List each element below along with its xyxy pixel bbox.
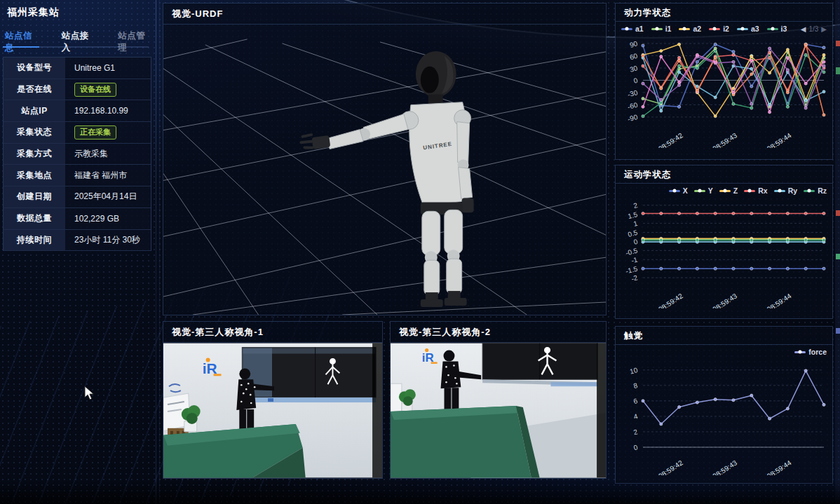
table-row: 创建日期2025年04月14日 (4, 186, 151, 208)
legend-item-Z[interactable]: Z (719, 186, 738, 195)
legend-label: X (683, 186, 688, 195)
legend-item-i3[interactable]: i3 (767, 25, 787, 33)
svg-text:8: 8 (632, 381, 639, 390)
tactile-panel: 触觉 force 108642008:59:4208:59:4308:59:44 (615, 326, 833, 484)
urdf-3d-view[interactable]: UNITREE (163, 25, 606, 315)
clipped-edge-strip (835, 0, 840, 504)
legend-item-a3[interactable]: a3 (737, 25, 759, 33)
legend-marker-icon (621, 28, 632, 30)
legend-marker-icon (774, 190, 785, 192)
table-row: 是否在线设备在线 (4, 79, 151, 101)
info-value: Unitree G1 (65, 57, 151, 79)
dynamics-panel: 动力学状态 a1i1a2i2a3i3 ◀ 1/3 ▶ 9060300-30-60… (615, 3, 833, 160)
legend-marker-icon (794, 351, 806, 353)
dynamics-title: 动力学状态 (616, 4, 832, 22)
info-value: 设备在线 (65, 79, 151, 100)
legend-pager: ◀ 1/3 ▶ (801, 25, 827, 33)
sidebar-divider (156, 0, 156, 504)
info-value: 192.168.10.99 (65, 100, 151, 121)
legend-item-force[interactable]: force (794, 348, 827, 356)
legend-label: a1 (635, 25, 644, 33)
legend-label: i3 (781, 25, 787, 33)
kinematics-legend: XYZRxRyRz (621, 186, 827, 195)
camera1-title: 视觉-第三人称视角-1 (163, 322, 382, 343)
urdf-panel: 视觉-URDF (163, 3, 607, 315)
video-edge-shade (372, 343, 382, 478)
svg-text:08:59:42: 08:59:42 (657, 458, 684, 475)
svg-text:-60: -60 (627, 101, 639, 111)
legend-label: Y (708, 186, 713, 195)
tab-site-manage[interactable]: 站点管理 (118, 30, 151, 54)
info-value: 示教采集 (65, 144, 151, 165)
table-row: 数据总量102,229 GB (4, 208, 151, 230)
svg-text:08:59:42: 08:59:42 (657, 292, 684, 308)
tabs-underline (3, 46, 149, 48)
tab-site-info[interactable]: 站点信息 (5, 30, 39, 54)
legend-item-i2[interactable]: i2 (709, 25, 729, 33)
info-label: 创建日期 (4, 186, 65, 207)
legend-item-i1[interactable]: i1 (651, 25, 672, 33)
green-table (391, 406, 540, 477)
table-row: 采集地点福建省 福州市 (4, 165, 151, 186)
legend-label: a3 (751, 25, 759, 33)
svg-text:0: 0 (632, 238, 639, 246)
tactile-title: 触觉 (616, 327, 832, 345)
pager-prev-icon[interactable]: ◀ (801, 25, 806, 33)
legend-item-a2[interactable]: a2 (679, 25, 701, 33)
legend-item-Y[interactable]: Y (694, 186, 713, 195)
legend-marker-icon (669, 190, 680, 192)
legend-item-Ry[interactable]: Ry (774, 186, 797, 195)
legend-marker-icon (694, 190, 705, 192)
kinematics-panel: 运动学状态 XYZRxRyRz 21.510.50-0.5-1-1.5-208:… (615, 165, 833, 319)
svg-text:08:59:44: 08:59:44 (766, 131, 793, 148)
svg-text:08:59:43: 08:59:43 (711, 292, 738, 308)
robot-model: UNITREE (299, 51, 473, 307)
pager-next-icon[interactable]: ▶ (821, 25, 827, 33)
info-label: 采集方式 (4, 144, 65, 165)
info-label: 是否在线 (4, 79, 65, 100)
svg-text:08:59:44: 08:59:44 (766, 292, 793, 308)
info-value: 2025年04月14日 (65, 186, 151, 207)
svg-text:-30: -30 (627, 88, 639, 98)
svg-text:30: 30 (629, 64, 639, 74)
legend-item-X[interactable]: X (669, 186, 688, 195)
camera1-video: iR (163, 343, 382, 478)
table-row: 持续时间23小时 11分 30秒 (4, 230, 151, 252)
info-label: 采集状态 (4, 122, 65, 143)
svg-text:-1.5: -1.5 (625, 264, 639, 275)
status-badge: 设备在线 (74, 83, 116, 97)
legend-marker-icon (651, 28, 663, 30)
camera2-video: iR (391, 343, 606, 478)
video-edge-shade (597, 343, 606, 478)
edge-fragment (836, 328, 840, 334)
info-label: 站点IP (4, 100, 65, 121)
dashboard-root: 福州采集站 站点信息 站点接入 站点管理 设备型号Unitree G1是否在线设… (0, 0, 840, 504)
legend-item-Rz[interactable]: Rz (804, 186, 827, 195)
edge-fragment (836, 67, 840, 74)
edge-fragment (836, 254, 840, 259)
legend-marker-icon (744, 190, 755, 192)
table-row: 采集状态正在采集 (4, 122, 151, 144)
legend-marker-icon (767, 28, 778, 30)
station-title: 福州采集站 (7, 6, 60, 19)
station-info-table: 设备型号Unitree G1是否在线设备在线站点IP192.168.10.99采… (3, 57, 151, 251)
svg-text:08:59:43: 08:59:43 (711, 458, 738, 475)
svg-text:60: 60 (629, 52, 639, 62)
legend-label: Rx (758, 186, 767, 195)
svg-text:08:59:43: 08:59:43 (711, 131, 738, 148)
station-tabs: 站点信息 站点接入 站点管理 (5, 30, 151, 54)
tab-site-access[interactable]: 站点接入 (62, 30, 95, 54)
active-tab-indicator (3, 46, 39, 48)
edge-fragment (836, 210, 840, 216)
info-value: 正在采集 (65, 122, 151, 143)
svg-text:0: 0 (632, 443, 639, 451)
svg-text:2: 2 (632, 201, 639, 210)
station-sidebar: 福州采集站 站点信息 站点接入 站点管理 设备型号Unitree G1是否在线设… (0, 0, 156, 504)
svg-text:1.5: 1.5 (627, 210, 639, 220)
legend-item-a1[interactable]: a1 (621, 25, 644, 33)
svg-text:-2: -2 (630, 273, 639, 282)
table-row: 站点IP192.168.10.99 (4, 100, 151, 122)
legend-item-Rx[interactable]: Rx (744, 186, 767, 195)
info-value: 福建省 福州市 (65, 165, 151, 186)
table-row: 采集方式示教采集 (4, 144, 151, 165)
